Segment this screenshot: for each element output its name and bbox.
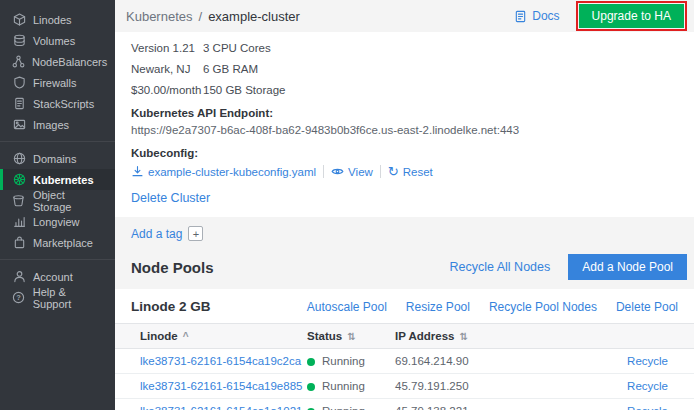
status-text: Running [322,405,365,410]
node-link[interactable]: lke38731-62161-6154ca19c2ca [140,355,301,367]
node-label-cell: lke38731-62161-6154ca19c2ca [115,349,307,374]
cluster-summary-card: Version 1.21 3 CPU Cores Newark, NJ 6 GB… [115,32,694,217]
pool-nodes-table: Linode^ Status⇅ IP Address⇅ lke38731-621… [115,323,694,410]
recycle-node-link[interactable]: Recycle [627,380,668,392]
sidebar-item-label: Longview [33,216,79,228]
sidebar-item-images[interactable]: Images [0,114,115,135]
node-pools-title: Node Pools [131,259,450,276]
spec-price: $30.00/month [131,84,203,96]
add-tag-plus-icon[interactable]: + [188,226,203,241]
node-ip-cell: 69.164.214.90 [395,349,545,374]
sidebar: Linodes Volumes NodeBalancers Firewalls … [0,0,115,410]
status-text: Running [322,380,365,392]
app-root: Linodes Volumes NodeBalancers Firewalls … [0,0,694,410]
sidebar-item-stackscripts[interactable]: StackScripts [0,93,115,114]
object-storage-icon [12,194,26,208]
sidebar-item-help-support[interactable]: ? Help & Support [0,287,115,308]
pool-name: Linode 2 GB [131,299,307,314]
node-action-cell: Recycle [545,399,694,410]
node-link[interactable]: lke38731-62161-6154ca19e885 [140,380,302,392]
sidebar-item-label: Object Storage [33,189,106,213]
column-header-ip[interactable]: IP Address⇅ [395,324,545,349]
sidebar-item-firewalls[interactable]: Firewalls [0,72,115,93]
kubeconfig-download-link[interactable]: example-cluster-kubeconfig.yaml [131,165,316,178]
kubeconfig-reset-link[interactable]: ↻ Reset [388,165,433,178]
table-row: lke38731-62161-6154ca19c2ca Running 69.1… [115,349,694,374]
sidebar-item-label: Images [33,119,69,131]
sidebar-item-label: StackScripts [33,98,94,110]
spec-ram: 6 GB RAM [203,63,351,75]
docs-link[interactable]: Docs [514,9,559,23]
node-label-cell: lke38731-62161-6154ca1a1021 [115,399,307,410]
sidebar-item-nodebalancers[interactable]: NodeBalancers [0,51,115,72]
svg-text:?: ? [17,293,22,302]
nodebalancers-icon [12,55,25,69]
add-node-pool-button[interactable]: Add a Node Pool [568,254,687,280]
firewalls-icon [12,76,26,90]
sidebar-item-volumes[interactable]: Volumes [0,30,115,51]
cluster-specs: Version 1.21 3 CPU Cores Newark, NJ 6 GB… [131,42,351,96]
breadcrumb-separator: / [199,9,203,24]
sidebar-item-account[interactable]: Account [0,266,115,287]
sort-icon: ⇅ [347,331,355,342]
linode-icon [12,13,26,27]
spec-region: Newark, NJ [131,63,203,75]
sidebar-item-marketplace[interactable]: Marketplace [0,232,115,253]
node-status-cell: Running [307,349,395,374]
node-action-cell: Recycle [545,374,694,399]
breadcrumb: Kubernetes / example-cluster [126,9,300,24]
reset-icon: ↻ [388,165,399,178]
sidebar-item-linodes[interactable]: Linodes [0,9,115,30]
upgrade-to-ha-button[interactable]: Upgrade to HA [579,4,684,28]
recycle-node-link[interactable]: Recycle [627,405,668,410]
node-link[interactable]: lke38731-62161-6154ca1a1021 [140,405,302,410]
node-status-cell: Running [307,374,395,399]
recycle-pool-nodes-link[interactable]: Recycle Pool Nodes [489,300,597,314]
kubeconfig-view-link[interactable]: View [331,165,373,178]
table-header-row: Linode^ Status⇅ IP Address⇅ [115,324,694,349]
marketplace-icon [12,236,26,250]
delete-cluster-link[interactable]: Delete Cluster [131,191,210,205]
recycle-all-nodes-link[interactable]: Recycle All Nodes [450,260,551,274]
breadcrumb-cluster-name: example-cluster [208,9,300,24]
api-endpoint-label: Kubernetes API Endpoint: [131,107,678,119]
sidebar-item-label: Linodes [33,14,72,26]
spec-cpu: 3 CPU Cores [203,42,351,54]
node-label-cell: lke38731-62161-6154ca19e885 [115,374,307,399]
annotation-highlight-box: Upgrade to HA [576,1,687,31]
sidebar-item-label: Kubernetes [33,174,94,186]
node-ip-cell: 45.79.138.221 [395,399,545,410]
table-row: lke38731-62161-6154ca19e885 Running 45.7… [115,374,694,399]
resize-pool-link[interactable]: Resize Pool [406,300,470,314]
node-status-cell: Running [307,399,395,410]
kubernetes-icon [12,173,26,187]
spec-storage: 150 GB Storage [203,84,351,96]
sidebar-item-label: Volumes [33,35,75,47]
sidebar-item-label: NodeBalancers [32,56,107,68]
sidebar-item-longview[interactable]: Longview [0,211,115,232]
kubeconfig-filename: example-cluster-kubeconfig.yaml [148,166,316,178]
node-pools-header: Node Pools Recycle All Nodes Add a Node … [115,250,694,289]
column-header-linode[interactable]: Linode^ [115,324,307,349]
sort-icon: ⇅ [459,331,467,342]
recycle-node-link[interactable]: Recycle [627,355,668,367]
table-row: lke38731-62161-6154ca1a1021 Running 45.7… [115,399,694,410]
sidebar-item-label: Domains [33,153,76,165]
separator [380,165,381,178]
sidebar-item-object-storage[interactable]: Object Storage [0,190,115,211]
delete-pool-link[interactable]: Delete Pool [616,300,678,314]
kubeconfig-actions: example-cluster-kubeconfig.yaml View ↻ R… [131,165,678,178]
eye-icon [331,165,344,178]
docs-label: Docs [532,9,559,23]
api-endpoint-value: https://9e2a7307-b6ac-408f-ba62-9483b0b3… [131,124,678,136]
sidebar-item-kubernetes[interactable]: Kubernetes [0,169,115,190]
sidebar-item-domains[interactable]: Domains [0,148,115,169]
column-header-status[interactable]: Status⇅ [307,324,395,349]
account-icon [12,270,26,284]
breadcrumb-kubernetes[interactable]: Kubernetes [126,9,193,24]
volumes-icon [12,34,26,48]
autoscale-pool-link[interactable]: Autoscale Pool [307,300,387,314]
add-tag-link[interactable]: Add a tag [131,227,182,241]
pool-head: Linode 2 GB Autoscale Pool Resize Pool R… [115,289,694,323]
status-running-dot [307,358,315,366]
